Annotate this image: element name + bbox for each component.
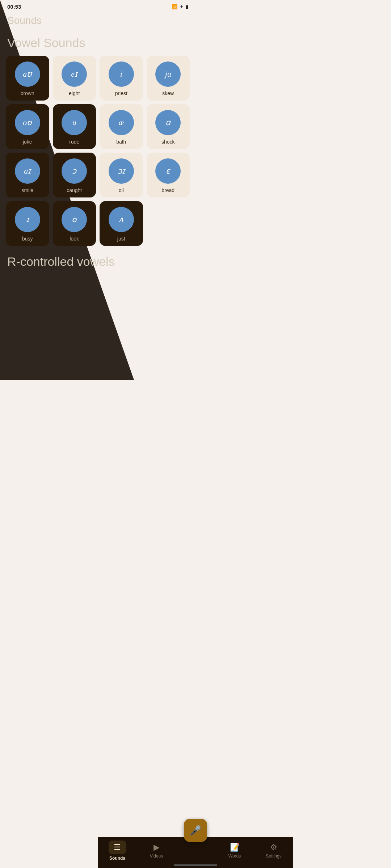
sound-label-bath: bath [116, 139, 126, 145]
sound-card-oil[interactable]: ɔɪoil [100, 153, 143, 197]
sound-circle-priest: i [109, 61, 134, 87]
sound-label-eight: eight [69, 90, 80, 96]
sound-symbol-joke: oʊ [23, 118, 32, 127]
sound-circle-caught: ɔ [62, 158, 87, 184]
sound-card-caught[interactable]: ɔcaught [53, 153, 96, 197]
status-bar: 00:53 📶 ✈ ▮ [0, 0, 196, 12]
rcontrolled-section: R-controlled vowels [0, 249, 196, 275]
sound-card-bread[interactable]: ɛbread [147, 153, 190, 197]
wifi-icon: 📶 [172, 4, 177, 9]
sound-label-shock: shock [161, 139, 175, 145]
sound-symbol-rude: u [72, 118, 76, 127]
sound-label-caught: caught [67, 187, 82, 193]
sound-label-rude: rude [69, 139, 79, 145]
sound-card-just[interactable]: ʌjust [100, 201, 143, 246]
sound-circle-oil: ɔɪ [109, 158, 134, 184]
sound-circle-bath: æ [109, 110, 134, 135]
battery-icon: ▮ [186, 4, 188, 9]
app-title: Sounds [7, 15, 188, 26]
sound-circle-look: ʊ [62, 207, 87, 232]
sound-circle-smile: aɪ [15, 158, 40, 184]
sound-circle-busy: ɪ [15, 207, 40, 232]
sound-symbol-look: ʊ [72, 215, 77, 224]
sound-circle-eight: eɪ [62, 61, 87, 87]
sound-symbol-skew: ju [165, 69, 171, 79]
sound-circle-skew: ju [155, 61, 181, 87]
sound-symbol-priest: i [120, 69, 122, 79]
sound-label-skew: skew [162, 90, 174, 96]
status-time: 00:53 [7, 4, 21, 10]
sound-symbol-smile: aɪ [24, 166, 31, 176]
sound-card-joke[interactable]: oʊjoke [6, 104, 49, 149]
status-icons: 📶 ✈ ▮ [172, 4, 188, 9]
section-title-vowel: Vowel Sounds [4, 32, 191, 56]
sound-card-brown[interactable]: aʊbrown [6, 56, 49, 101]
sound-label-bread: bread [161, 187, 175, 193]
header: Sounds [0, 12, 196, 32]
sound-symbol-oil: ɔɪ [118, 166, 125, 176]
sound-circle-just: ʌ [109, 207, 134, 232]
sound-grid: aʊbrowneɪeightipriestjuskewoʊjokeurudeæb… [4, 56, 191, 246]
section-title-rcontrolled: R-controlled vowels [4, 249, 191, 275]
sound-card-shock[interactable]: ɑshock [147, 104, 190, 149]
sound-label-just: just [117, 236, 125, 242]
sound-symbol-bath: æ [118, 118, 124, 127]
sound-circle-bread: ɛ [155, 158, 181, 184]
sound-label-smile: smile [21, 187, 33, 193]
sound-label-busy: busy [22, 236, 33, 242]
sound-card-rude[interactable]: urude [53, 104, 96, 149]
sound-card-bath[interactable]: æbath [100, 104, 143, 149]
sound-circle-joke: oʊ [15, 110, 40, 135]
sound-card-smile[interactable]: aɪsmile [6, 153, 49, 197]
sound-card-eight[interactable]: eɪeight [53, 56, 96, 101]
sound-circle-brown: aʊ [15, 61, 40, 87]
airplane-icon: ✈ [180, 4, 184, 9]
sound-card-priest[interactable]: ipriest [100, 56, 143, 101]
sound-symbol-busy: ɪ [26, 215, 29, 224]
sound-circle-rude: u [62, 110, 87, 135]
sound-card-busy[interactable]: ɪbusy [6, 201, 49, 246]
sound-label-brown: brown [21, 90, 34, 96]
vowel-sounds-section: Vowel Sounds aʊbrowneɪeightipriestjuskew… [0, 32, 196, 246]
sound-symbol-shock: ɑ [165, 118, 171, 127]
sound-symbol-brown: aʊ [23, 69, 32, 79]
sound-circle-shock: ɑ [155, 110, 181, 135]
sound-label-look: look [70, 236, 79, 242]
sound-symbol-caught: ɔ [72, 166, 76, 176]
sound-label-priest: priest [115, 90, 127, 96]
sound-symbol-just: ʌ [119, 215, 123, 224]
sound-card-skew[interactable]: juskew [147, 56, 190, 101]
sound-label-oil: oil [119, 187, 124, 193]
sound-label-joke: joke [23, 139, 32, 145]
sound-symbol-bread: ɛ [166, 166, 170, 176]
sound-symbol-eight: eɪ [71, 69, 77, 79]
sound-card-look[interactable]: ʊlook [53, 201, 96, 246]
